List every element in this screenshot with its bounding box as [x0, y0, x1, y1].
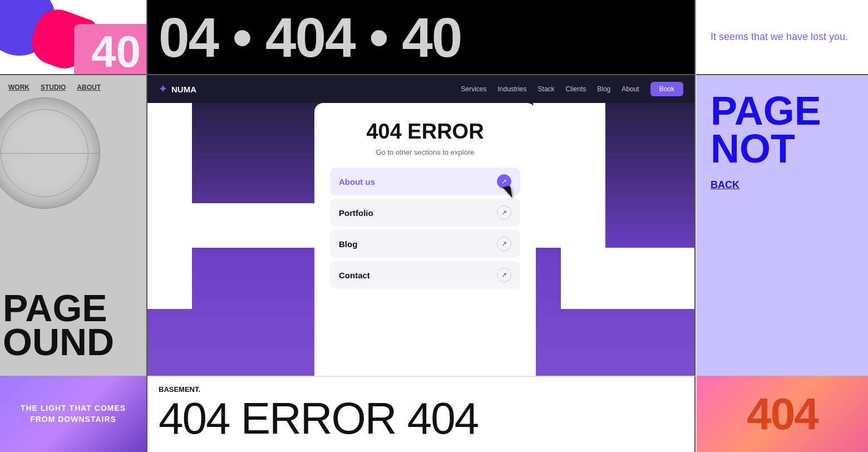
bot-left-title: THE LIGHT THAT COMES FROM DOWNSTAIRS: [11, 403, 135, 425]
bot-right-panel: 404: [696, 376, 868, 452]
basement-brand: BASEMENT.: [159, 385, 683, 394]
numa-nav-links: Services Industries Stack Clients Blog A…: [461, 85, 639, 93]
error-link-arrow-portfolio: ↗: [497, 205, 511, 220]
nav-work[interactable]: WORK: [8, 83, 29, 91]
nav-clients[interactable]: Clients: [566, 85, 586, 93]
mid-center-panel: ✦ NUMA Services Industries Stack Clients…: [147, 75, 696, 376]
error-link-label-contact: Contact: [339, 271, 370, 280]
nav-studio[interactable]: STUDIO: [41, 83, 66, 91]
error-link-arrow-blog: ↗: [497, 237, 511, 251]
top-marquee-text: 04 • 404 • 40: [159, 9, 461, 65]
bot-marquee: 404 ERROR 404: [159, 396, 683, 441]
top-left-panel: 40: [0, 0, 147, 75]
top-center-panel: 04 • 404 • 40: [147, 0, 696, 75]
top-right-panel: It seems that we have lost you.: [696, 0, 868, 75]
nav-about[interactable]: ABOUT: [77, 83, 101, 91]
bot-right-404: 404: [747, 389, 817, 440]
globe-graphic: [0, 97, 100, 209]
bot-left-panel: THE LIGHT THAT COMES FROM DOWNSTAIRS: [0, 376, 147, 452]
error-link-label-about: About us: [339, 177, 375, 186]
error-subtitle: Go to other sections to explore: [376, 148, 474, 156]
book-button[interactable]: Book: [650, 82, 683, 96]
nav-industries[interactable]: Industries: [498, 85, 527, 93]
error-link-about[interactable]: About us ↗: [330, 168, 520, 195]
nav-blog[interactable]: Blog: [597, 85, 610, 93]
numa-brand-name: NUMA: [171, 85, 196, 94]
numa-star-icon: ✦: [159, 83, 167, 95]
error-link-label-portfolio: Portfolio: [339, 208, 373, 218]
error-links-list: About us ↗ Portfolio ↗ Blog ↗ Contact ↗: [330, 168, 520, 289]
back-link[interactable]: BACK: [711, 179, 854, 191]
four-shape-left: [147, 75, 314, 309]
numa-logo: ✦ NUMA: [159, 83, 196, 95]
top-left-number: 40: [91, 30, 141, 74]
page-not-text-right: PAGENOT: [711, 92, 854, 168]
mid-left-panel: WORK STUDIO ABOUT PAGEOUND: [0, 75, 147, 376]
error-link-arrow-about: ↗: [497, 174, 511, 189]
error-link-blog[interactable]: Blog ↗: [330, 230, 520, 258]
mid-left-nav: WORK STUDIO ABOUT: [8, 83, 101, 91]
error-title: 404 ERROR: [366, 120, 484, 144]
error-card: 404 ERROR Go to other sections to explor…: [314, 103, 536, 376]
nav-stack[interactable]: Stack: [538, 85, 555, 93]
bot-center-panel: BASEMENT. 404 ERROR 404: [147, 376, 696, 452]
error-link-contact[interactable]: Contact ↗: [330, 261, 520, 289]
page-not-found-text-left: PAGEOUND: [3, 291, 114, 359]
mid-right-panel: PAGENOT BACK: [696, 75, 868, 376]
error-link-arrow-contact: ↗: [497, 268, 511, 282]
error-link-label-blog: Blog: [339, 239, 357, 249]
four-shape-right: [533, 75, 694, 309]
lost-message: It seems that we have lost you.: [711, 30, 848, 44]
error-link-portfolio[interactable]: Portfolio ↗: [330, 199, 520, 227]
nav-about[interactable]: About: [622, 85, 639, 93]
nav-services[interactable]: Services: [461, 85, 487, 93]
numa-navbar: ✦ NUMA Services Industries Stack Clients…: [147, 75, 694, 103]
